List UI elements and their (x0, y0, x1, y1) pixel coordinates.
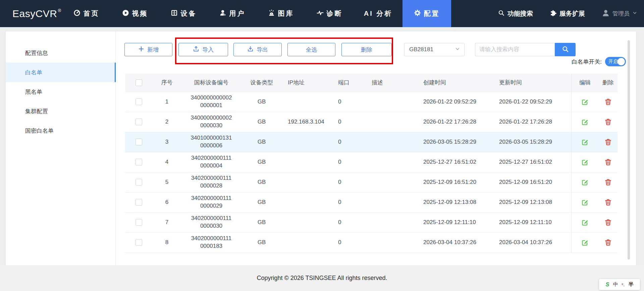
delete-row-button[interactable] (604, 178, 612, 186)
page-footer: Copyright © 2026 TSINGSEE All rights res… (0, 265, 644, 291)
row-checkbox-cell (125, 112, 153, 132)
cell-device-type: GB (241, 132, 282, 152)
delete-row-button[interactable] (604, 239, 612, 246)
select-all-button[interactable]: 全选 (287, 43, 335, 56)
sidebar-item-blacklist[interactable]: 黑名单 (6, 82, 115, 101)
row-checkbox-cell (125, 132, 153, 152)
search-box (475, 43, 576, 56)
toggle-knob (618, 58, 625, 65)
cell-device-type: GB (241, 212, 282, 232)
edit-button[interactable] (581, 178, 589, 186)
nav-item-device[interactable]: 设备 (159, 0, 208, 27)
nav-item-video[interactable]: 视频 (111, 0, 159, 27)
app-logo[interactable]: EasyCVR ® (0, 0, 62, 27)
function-search-label: 功能搜索 (507, 9, 533, 18)
nav-item-ai-analysis[interactable]: AI 分析 (354, 0, 402, 27)
row-checkbox[interactable] (136, 119, 142, 125)
whitelist-switch-label: 白名单开关: (572, 58, 602, 66)
edit-button[interactable] (581, 118, 589, 126)
export-button[interactable]: 导出 (233, 43, 282, 56)
cell-updated: 2025-12-09 16:51:20 (496, 172, 571, 192)
ime-punctuation-mode[interactable]: º, (622, 283, 625, 287)
cell-created: 2025-12-09 16:51:20 (413, 172, 496, 192)
row-checkbox[interactable] (136, 239, 142, 246)
device-id-value: 3402000000111 0000183 (191, 235, 231, 250)
vertical-scrollbar-thumb[interactable] (628, 40, 630, 260)
nav-item-gallery[interactable]: 图库 (257, 0, 305, 27)
row-checkbox[interactable] (136, 179, 142, 186)
whitelist-toggle[interactable]: 开启 (605, 57, 626, 66)
delete-row-button[interactable] (604, 158, 612, 166)
protocol-select[interactable]: GB28181 (404, 43, 465, 56)
delete-row-button[interactable] (604, 219, 612, 226)
cell-port: 0 (335, 132, 366, 152)
cell-edit (571, 212, 599, 232)
row-checkbox[interactable] (136, 199, 142, 206)
cell-edit (571, 132, 599, 152)
nav-item-home[interactable]: 首页 (62, 0, 111, 27)
add-button[interactable]: 新增 (124, 43, 172, 56)
edit-button[interactable] (581, 158, 589, 166)
ime-half-width-mode[interactable]: 半 (629, 281, 634, 288)
edit-button[interactable] (581, 138, 589, 146)
whitelist-switch-row: 白名单开关: 开启 (572, 57, 626, 66)
service-extension[interactable]: 服务扩展 (550, 9, 585, 18)
nav-label-ai: AI 分析 (364, 9, 393, 18)
ime-engine-icon[interactable]: S (605, 281, 609, 288)
edit-button[interactable] (581, 199, 589, 206)
function-search[interactable]: 功能搜索 (498, 9, 533, 18)
cell-port: 0 (335, 112, 366, 132)
delete-row-button[interactable] (604, 118, 612, 126)
delete-row-button[interactable] (604, 98, 612, 105)
cell-created: 2026-03-04 10:37:26 (413, 232, 496, 252)
row-checkbox[interactable] (136, 159, 142, 165)
edit-button[interactable] (581, 98, 589, 105)
search-icon (562, 46, 569, 54)
search-button[interactable] (555, 43, 576, 56)
select-all-checkbox[interactable] (136, 79, 142, 86)
config-sidebar: 配置信息 白名单 黑名单 集群配置 国密白名单 (6, 31, 116, 265)
import-button[interactable]: 导入 (178, 43, 228, 56)
edit-button[interactable] (581, 239, 589, 246)
nav-item-diagnosis[interactable]: 诊断 (305, 0, 354, 27)
device-id-value: 3400000000002 0000030 (191, 114, 232, 130)
cell-description (366, 152, 413, 172)
cell-port: 0 (335, 212, 366, 232)
sidebar-item-config-info[interactable]: 配置信息 (6, 43, 115, 63)
user-icon (219, 9, 226, 18)
cell-port: 0 (335, 152, 366, 172)
cell-device-id: 3400000000002 0000030 (181, 112, 241, 132)
nav-label-home: 首页 (84, 9, 100, 18)
row-checkbox[interactable] (136, 219, 142, 226)
header-device-id: 国标设备编号 (181, 74, 241, 92)
cell-edit (571, 112, 599, 132)
row-checkbox[interactable] (136, 139, 142, 145)
table-row: 83402000000111 0000183GB02026-03-04 10:3… (125, 232, 618, 252)
cell-delete (599, 112, 618, 132)
cell-updated: 2025-12-09 12:11:10 (496, 212, 571, 232)
cell-device-id: 3400000000002 0000001 (181, 92, 241, 112)
sidebar-item-whitelist[interactable]: 白名单 (6, 63, 116, 82)
delete-button[interactable]: 删除 (341, 43, 392, 56)
cell-description (366, 212, 413, 232)
sidebar-item-cluster-config[interactable]: 集群配置 (6, 101, 115, 121)
select-all-button-label: 全选 (306, 46, 317, 54)
header-port: 端口 (335, 74, 366, 92)
header-edit: 编辑 (571, 74, 599, 92)
ime-mode-chinese[interactable]: 中 (613, 281, 618, 288)
sidebar-label: 国密白名单 (25, 127, 54, 135)
delete-row-button[interactable] (604, 138, 612, 146)
delete-button-label: 删除 (361, 46, 372, 54)
user-menu[interactable]: 管理员 (602, 9, 637, 18)
search-input[interactable] (475, 43, 555, 56)
sidebar-item-gm-whitelist[interactable]: 国密白名单 (6, 121, 115, 140)
cell-updated: 2025-12-09 12:13:08 (496, 192, 571, 212)
nav-item-user[interactable]: 用户 (208, 0, 257, 27)
nav-item-config-active[interactable]: 配置 (402, 0, 451, 27)
row-checkbox[interactable] (136, 98, 142, 105)
service-extension-label: 服务扩展 (559, 9, 585, 18)
play-icon (122, 9, 129, 18)
cell-index: 7 (153, 212, 181, 232)
edit-button[interactable] (581, 219, 589, 226)
delete-row-button[interactable] (604, 199, 612, 206)
